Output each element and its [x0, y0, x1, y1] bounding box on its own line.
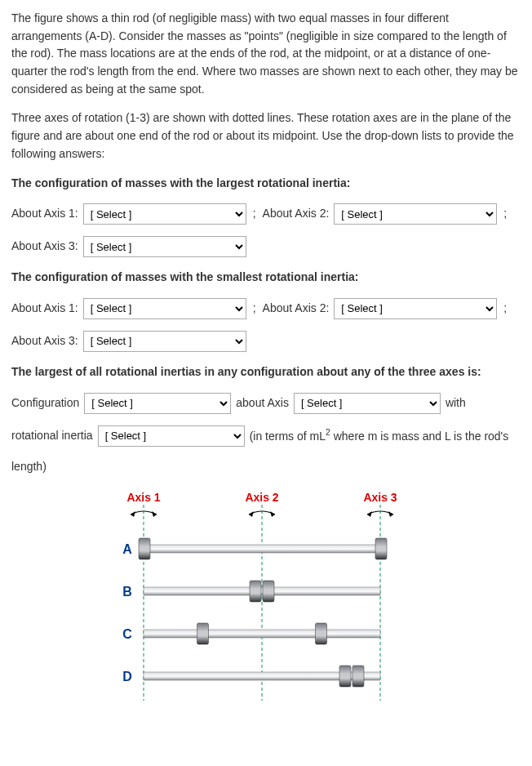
smallest-row-1: About Axis 1: [ Select ] ; About Axis 2:… [11, 298, 521, 319]
axis-1-label: Axis 1 [126, 491, 160, 504]
config-d-label: D [122, 670, 132, 684]
overall-row-2: rotational inertia [ Select ] (in terms … [11, 425, 521, 447]
svg-marker-4 [388, 511, 393, 517]
mass-a-right [375, 538, 387, 559]
smallest-axis1-label: About Axis 1: [11, 300, 78, 318]
svg-marker-2 [270, 511, 275, 517]
intro-paragraph-2: Three axes of rotation (1-3) are shown w… [11, 109, 521, 163]
config-c-label: C [122, 627, 132, 641]
semicolon: ; [253, 300, 256, 318]
mass-d-1 [339, 666, 351, 687]
smallest-axis3-label: About Axis 3: [11, 332, 78, 350]
diagram: Axis 1 Axis 2 Axis 3 A B C [11, 487, 521, 707]
svg-marker-3 [249, 511, 254, 517]
overall-terms-text: (in terms of mL2 where m is mass and L i… [250, 425, 509, 445]
mass-b-2 [263, 581, 274, 602]
overall-rot-inertia-label: rotational inertia [11, 427, 93, 445]
overall-config-select[interactable]: [ Select ] [84, 393, 231, 414]
overall-with-text: with [446, 394, 466, 412]
smallest-axis2-label: About Axis 2: [263, 300, 330, 318]
config-b-label: B [122, 585, 132, 599]
rod-a [144, 545, 380, 553]
terms-suffix: where m is mass and L is the rod's [330, 430, 508, 443]
largest-axis3-label: About Axis 3: [11, 238, 78, 256]
rod-c [144, 630, 380, 638]
largest-heading: The configuration of masses with the lar… [11, 175, 521, 193]
config-a-label: A [122, 542, 132, 556]
config-b: B [122, 581, 380, 602]
semicolon: ; [253, 205, 256, 223]
largest-row-2: About Axis 3: [ Select ] [11, 236, 521, 257]
svg-marker-0 [152, 511, 157, 517]
svg-marker-5 [367, 511, 372, 517]
intro-paragraph-1: The figure shows a thin rod (of negligib… [11, 10, 521, 98]
smallest-heading: The configuration of masses with the sma… [11, 269, 521, 287]
largest-axis1-label: About Axis 1: [11, 205, 78, 223]
axis-3-label: Axis 3 [363, 491, 397, 504]
semicolon: ; [503, 205, 507, 223]
mass-a-left [139, 538, 150, 559]
config-c: C [122, 623, 380, 644]
overall-row-3: length) [11, 458, 521, 476]
smallest-row-2: About Axis 3: [ Select ] [11, 331, 521, 352]
overall-config-label: Configuration [11, 394, 79, 412]
largest-axis2-label: About Axis 2: [263, 205, 330, 223]
rod-b [144, 587, 380, 595]
mass-b-1 [250, 581, 261, 602]
diagram-svg: Axis 1 Axis 2 Axis 3 A B C [95, 487, 437, 707]
mass-d-2 [352, 666, 364, 687]
overall-about-axis-text: about Axis [236, 394, 289, 412]
mass-c-left [197, 623, 209, 644]
largest-axis2-select[interactable]: [ Select ] [334, 203, 497, 225]
config-a: A [122, 538, 387, 559]
smallest-axis3-select[interactable]: [ Select ] [83, 331, 246, 352]
largest-axis1-select[interactable]: [ Select ] [83, 203, 246, 225]
axis-2-label: Axis 2 [245, 491, 278, 504]
overall-heading: The largest of all rotational inertias i… [11, 363, 521, 381]
overall-rot-inertia-select[interactable]: [ Select ] [98, 425, 245, 447]
smallest-axis2-select[interactable]: [ Select ] [334, 298, 497, 319]
overall-axis-select[interactable]: [ Select ] [294, 393, 441, 414]
largest-axis3-select[interactable]: [ Select ] [83, 236, 246, 257]
config-d: D [122, 666, 380, 687]
overall-row-1: Configuration [ Select ] about Axis [ Se… [11, 393, 521, 414]
smallest-axis1-select[interactable]: [ Select ] [83, 298, 246, 319]
svg-marker-1 [131, 511, 135, 517]
overall-length-text: length) [11, 458, 47, 476]
mass-c-right [316, 623, 327, 644]
terms-prefix: (in terms of mL [250, 430, 326, 443]
largest-row-1: About Axis 1: [ Select ] ; About Axis 2:… [11, 203, 521, 225]
semicolon: ; [503, 300, 507, 318]
